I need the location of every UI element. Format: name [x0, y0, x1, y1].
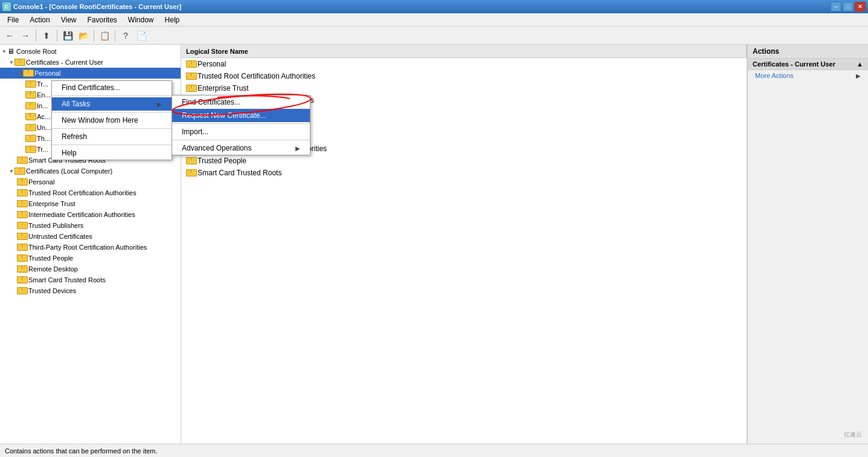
toolbar-sep-3: [94, 30, 94, 42]
status-text: Contains actions that can be performed o…: [5, 447, 158, 455]
tree-node-certs-current-user[interactable]: ▼ Certificates - Current User: [0, 57, 181, 68]
folder-icon-third-party-local: [17, 244, 27, 251]
folder-icon-smart-cu: [17, 157, 27, 164]
tree-label-en: En...: [37, 91, 51, 99]
menu-view[interactable]: View: [56, 15, 82, 25]
tree-node-enterprise-local[interactable]: Enterprise Trust: [0, 198, 181, 209]
tree-label-personal-local: Personal: [28, 178, 54, 186]
tree-node-trusted-publishers[interactable]: Trusted Publishers: [0, 220, 181, 231]
help-button[interactable]: ?: [118, 28, 133, 43]
folder-icon-en: [25, 91, 35, 99]
app-icon: C: [2, 2, 11, 11]
expand-icon-local[interactable]: ▼: [8, 168, 14, 174]
tree-node-personal[interactable]: ▶ Personal: [0, 68, 181, 79]
tree-node-untrusted-local[interactable]: Untrusted Certificates: [0, 231, 181, 242]
submenu-all-tasks: Find Certificates... Request New Certifi…: [172, 95, 310, 155]
expand-icon[interactable]: ▼: [1, 48, 7, 54]
ctx-find-certs[interactable]: Find Certificates...: [52, 81, 172, 94]
open-button[interactable]: 📂: [76, 28, 91, 43]
tree-label-ac: Ac...: [37, 113, 50, 120]
actions-more[interactable]: More Actions ▶: [748, 70, 868, 81]
ctx-refresh-label: Refresh: [62, 132, 87, 141]
up-button[interactable]: ⬆: [39, 28, 54, 43]
tree-node-third-party-local[interactable]: Third-Party Root Certification Authoriti…: [0, 242, 181, 253]
folder-icon-ci-enterprise: [186, 85, 196, 92]
sub-sep-2: [172, 140, 310, 140]
tree-label-console-root: Console Root: [16, 48, 57, 55]
forward-button[interactable]: →: [18, 28, 33, 43]
sub-request-cert[interactable]: Request New Certificate...: [172, 109, 310, 122]
tree-node-trusted-root-local[interactable]: Trusted Root Certification Authorities: [0, 187, 181, 198]
col-header-logical-store: Logical Store Name: [181, 45, 747, 57]
actions-panel: Actions Certificates - Current User ▲ Mo…: [747, 45, 868, 444]
tree-label-tp-cu: Tr...: [37, 146, 48, 153]
folder-icon-intermediate-local: [17, 211, 27, 218]
ctx-help[interactable]: Help: [52, 146, 172, 160]
tree-node-intermediate-local[interactable]: Intermediate Certification Authorities: [0, 209, 181, 220]
folder-icon-th: [25, 135, 35, 142]
sub-find-certs-label: Find Certificates...: [182, 98, 240, 106]
content-item-label-trusted-people: Trusted People: [198, 157, 246, 165]
ctx-sep-4: [52, 144, 172, 145]
content-item-personal[interactable]: Personal: [181, 58, 747, 70]
status-bar: Contains actions that can be performed o…: [0, 444, 868, 457]
actions-section-title: Certificates - Current User ▲: [748, 59, 868, 70]
menu-file[interactable]: File: [2, 15, 24, 25]
tree-label-enterprise-local: Enterprise Trust: [28, 200, 76, 207]
actions-collapse-icon[interactable]: ▲: [857, 60, 863, 68]
content-item-enterprise[interactable]: Enterprise Trust: [181, 82, 747, 94]
tree-label-personal: Personal: [34, 70, 60, 77]
tree-node-personal-local[interactable]: Personal: [0, 177, 181, 187]
back-button[interactable]: ←: [2, 28, 17, 43]
content-item-smart-card[interactable]: Smart Card Trusted Roots: [181, 167, 747, 179]
extra-button[interactable]: 📄: [134, 28, 149, 43]
minimize-button[interactable]: ─: [831, 2, 841, 11]
content-item-trusted-root[interactable]: Trusted Root Certification Authorities: [181, 70, 747, 82]
folder-icon-untrusted-local: [17, 233, 27, 240]
menu-window[interactable]: Window: [123, 15, 159, 25]
tree-label-intermediate-local: Intermediate Certification Authorities: [28, 211, 135, 218]
sub-find-certs[interactable]: Find Certificates...: [172, 96, 310, 109]
tree-node-trusted-devices[interactable]: Trusted Devices: [0, 285, 181, 296]
menu-action[interactable]: Action: [25, 15, 54, 25]
menu-favorites[interactable]: Favorites: [83, 15, 122, 25]
ctx-all-tasks[interactable]: All Tasks ▶: [52, 97, 172, 111]
folder-icon-un: [25, 124, 35, 131]
maximize-button[interactable]: □: [843, 2, 854, 11]
properties-button[interactable]: 📋: [97, 28, 112, 43]
folder-icon-ci-smart-card: [186, 169, 196, 177]
toolbar-sep-1: [36, 30, 36, 42]
folder-icon-ac: [25, 113, 35, 120]
tree-node-certs-local[interactable]: ▼ Certificates (Local Computer): [0, 166, 181, 177]
folder-icon-trusted-people-local: [17, 254, 27, 262]
content-item-label-enterprise: Enterprise Trust: [198, 84, 249, 92]
folder-icon-local: [14, 167, 24, 175]
sub-import[interactable]: Import...: [172, 125, 310, 138]
actions-section-label: Certificates - Current User: [753, 60, 835, 68]
sub-advanced-arrow: ▶: [295, 145, 300, 152]
content-item-trusted-people[interactable]: Trusted People: [181, 155, 747, 167]
tree-node-trusted-people-local[interactable]: Trusted People: [0, 253, 181, 264]
folder-icon-tp-cu: [25, 146, 35, 153]
menu-help[interactable]: Help: [160, 15, 185, 25]
content-item-label-personal: Personal: [198, 60, 226, 68]
ctx-new-window[interactable]: New Window from Here: [52, 114, 172, 127]
folder-icon-smart-local: [17, 276, 27, 284]
folder-icon-ci-trusted-people: [186, 157, 196, 164]
tree-node-console-root[interactable]: ▼ 🖥 Console Root: [0, 46, 181, 57]
sub-advanced-ops-label: Advanced Operations: [182, 144, 251, 152]
folder-icon-in: [25, 102, 35, 109]
expand-icon-cu[interactable]: ▼: [8, 59, 14, 65]
expand-icon-personal[interactable]: ▶: [17, 70, 23, 76]
sub-advanced-ops[interactable]: Advanced Operations ▶: [172, 141, 310, 155]
tree-label-un: Un...: [37, 124, 51, 131]
close-button[interactable]: ✕: [855, 2, 866, 11]
ctx-refresh[interactable]: Refresh: [52, 130, 172, 143]
save-button[interactable]: 💾: [60, 28, 75, 43]
tree-node-smart-local[interactable]: Smart Card Trusted Roots: [0, 274, 181, 285]
folder-icon-personal-local: [17, 178, 27, 186]
folder-icon-tr: [25, 80, 35, 88]
content-item-label-smart-card: Smart Card Trusted Roots: [198, 169, 281, 177]
tree-node-remote-desktop[interactable]: Remote Desktop: [0, 264, 181, 274]
folder-icon-personal: [23, 70, 33, 77]
